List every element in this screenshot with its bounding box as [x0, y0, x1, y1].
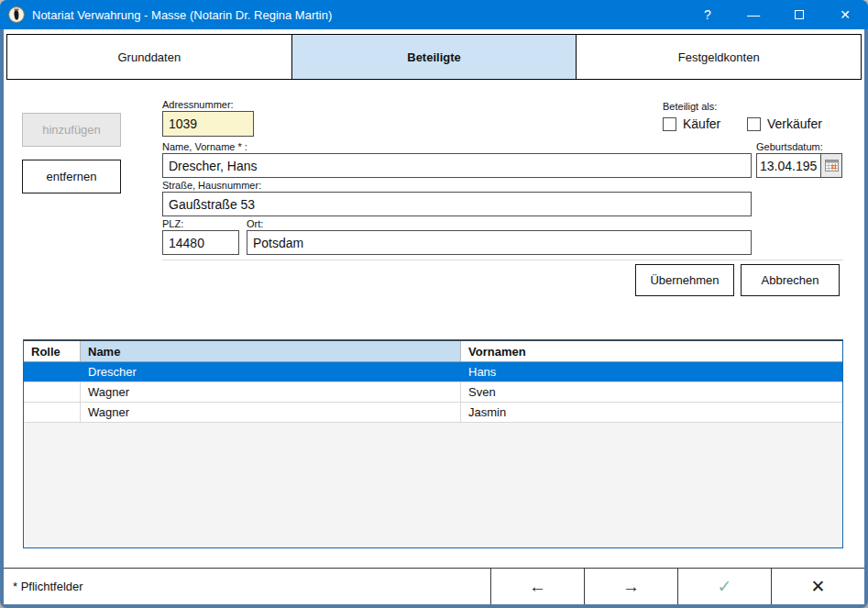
pflichtfelder-note: * Pflichtfelder: [4, 569, 490, 604]
verkaeufer-label: Verkäufer: [767, 116, 822, 131]
name-input[interactable]: [163, 154, 751, 177]
kaeufer-checkbox[interactable]: [663, 117, 676, 131]
cancel-button[interactable]: Abbrechen: [741, 264, 840, 296]
strasse-field: [162, 192, 752, 216]
ort-label: Ort:: [247, 218, 263, 229]
calendar-button[interactable]: [820, 154, 841, 177]
kaeufer-checkbox-row: Käufer: [663, 116, 720, 131]
help-button[interactable]: ?: [685, 0, 731, 29]
adressnummer-field: [162, 111, 254, 137]
cell-rolle: [24, 403, 81, 422]
confirm-button[interactable]: ✓: [677, 569, 771, 604]
titlebar-controls: ? — ✕: [685, 0, 868, 29]
table-row[interactable]: Wagner Sven: [24, 382, 842, 403]
plz-input[interactable]: [163, 231, 238, 254]
calendar-icon: [825, 159, 839, 172]
add-button[interactable]: hinzufügen: [22, 113, 121, 147]
minimize-button[interactable]: —: [731, 0, 776, 29]
name-field: [162, 153, 752, 178]
name-label: Name, Vorname * :: [162, 141, 247, 152]
cell-vorname: Sven: [461, 382, 842, 402]
geburtsdatum-input[interactable]: [757, 154, 820, 177]
apply-button[interactable]: Übernehmen: [635, 264, 734, 296]
tab-beteiligte[interactable]: Beteiligte: [291, 34, 577, 80]
app-window: Notariat Verwahrung - Masse (Notarin Dr.…: [0, 0, 868, 608]
geburtsdatum-label: Geburtsdatum:: [756, 141, 823, 152]
minimize-icon: —: [747, 7, 760, 22]
strasse-label: Straße, Hausnummer:: [162, 180, 261, 191]
strasse-input[interactable]: [163, 193, 751, 216]
cell-rolle: [24, 362, 81, 381]
close-dialog-button[interactable]: ✕: [771, 569, 864, 604]
window-body: Grunddaten Beteiligte Festgeldkonten hin…: [4, 29, 864, 604]
titlebar: Notariat Verwahrung - Masse (Notarin Dr.…: [0, 0, 868, 29]
berlin-coat-of-arms-icon: [8, 6, 25, 23]
beteiligte-table: Rolle Name Vornamen Drescher Hans Wagner…: [23, 339, 843, 548]
kaeufer-label: Käufer: [683, 116, 720, 131]
column-header-rolle[interactable]: Rolle: [24, 341, 81, 361]
cell-name: Wagner: [81, 382, 461, 402]
arrow-right-icon: →: [622, 577, 640, 597]
close-icon: ✕: [840, 7, 851, 22]
table-row[interactable]: Wagner Jasmin: [24, 403, 842, 423]
verkaeufer-checkbox-row: Verkäufer: [747, 116, 822, 131]
adressnummer-label: Adressnummer:: [162, 99, 234, 110]
arrow-left-icon: ←: [529, 577, 546, 597]
column-header-vornamen[interactable]: Vornamen: [461, 341, 842, 361]
maximize-button[interactable]: [776, 0, 822, 29]
form-divider: [162, 260, 843, 260]
ort-input[interactable]: [247, 231, 751, 254]
plz-label: PLZ:: [162, 218, 183, 229]
check-icon: ✓: [718, 576, 732, 597]
table-header-row: Rolle Name Vornamen: [24, 340, 842, 362]
column-header-name[interactable]: Name: [81, 341, 461, 361]
x-icon: ✕: [811, 576, 826, 597]
close-button[interactable]: ✕: [822, 0, 868, 29]
previous-button[interactable]: ←: [490, 569, 584, 604]
tab-grunddaten[interactable]: Grunddaten: [6, 34, 292, 80]
beteiligt-als-label: Beteiligt als:: [663, 101, 717, 112]
cell-vorname: Hans: [461, 362, 842, 381]
window-title: Notariat Verwahrung - Masse (Notarin Dr.…: [32, 8, 332, 22]
cell-vorname: Jasmin: [461, 403, 842, 422]
table-row[interactable]: Drescher Hans: [24, 362, 842, 382]
ort-field: [247, 230, 752, 255]
tab-festgeldkonten[interactable]: Festgeldkonten: [576, 34, 862, 80]
next-button[interactable]: →: [584, 569, 677, 604]
tab-bar: Grunddaten Beteiligte Festgeldkonten: [6, 34, 862, 80]
geburtsdatum-field: [756, 153, 842, 178]
verkaeufer-checkbox[interactable]: [747, 117, 761, 131]
remove-button[interactable]: entfernen: [22, 160, 121, 193]
cell-name: Drescher: [81, 362, 461, 381]
footer-bar: * Pflichtfelder ← → ✓ ✕: [4, 568, 864, 604]
maximize-box-icon: [795, 10, 804, 19]
cell-name: Wagner: [81, 403, 461, 422]
adressnummer-input[interactable]: [163, 112, 253, 136]
plz-field: [162, 230, 239, 255]
cell-rolle: [24, 382, 81, 402]
